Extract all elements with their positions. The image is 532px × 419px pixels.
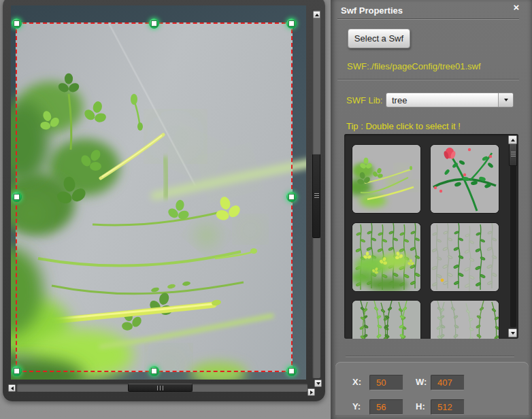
chevron-down-icon: [504, 99, 508, 101]
scrollbar-grip: [511, 152, 516, 157]
scrollbar-grip: [314, 193, 319, 199]
horizontal-scrollbar-thumb[interactable]: [128, 384, 193, 392]
scroll-down-button[interactable]: [314, 380, 322, 387]
up-arrow-icon: [315, 14, 319, 16]
divider: [337, 18, 519, 19]
scrollbar-grip: [157, 386, 164, 390]
scroll-right-button[interactable]: [307, 388, 315, 396]
left-arrow-icon: [11, 386, 14, 390]
x-label: X:: [352, 377, 361, 387]
y-label: Y:: [352, 401, 361, 412]
w-input[interactable]: [431, 375, 465, 390]
y-input[interactable]: [369, 399, 403, 415]
swf-library-list: [344, 134, 518, 339]
swf-thumbnail[interactable]: [431, 145, 499, 213]
resize-handle-top-right[interactable]: [286, 18, 297, 29]
library-scrollbar-thumb[interactable]: [509, 143, 517, 166]
swf-path-text: SWF:./files/pageConfig/tree01.swf: [347, 61, 481, 71]
vertical-scrollbar-thumb[interactable]: [312, 154, 320, 238]
library-scrollbar-track[interactable]: [510, 145, 516, 327]
down-arrow-icon: [316, 382, 320, 385]
swf-lib-label: SWF Lib:: [346, 95, 382, 105]
resize-handle-bottom-middle[interactable]: [149, 366, 159, 376]
swf-thumbnail[interactable]: [431, 301, 499, 339]
resize-handle-top-left[interactable]: [12, 18, 22, 29]
panel-title: Swf Properties: [341, 5, 403, 16]
h-label: H:: [416, 401, 425, 412]
selection-region[interactable]: [16, 22, 293, 372]
swf-thumbnail[interactable]: [352, 301, 420, 339]
resize-handle-middle-left[interactable]: [12, 192, 22, 202]
canvas-viewport[interactable]: [11, 5, 306, 380]
x-input[interactable]: [369, 375, 403, 390]
library-scroll-down-button[interactable]: [508, 329, 517, 337]
up-arrow-icon: [511, 139, 515, 141]
swf-thumbnail[interactable]: [431, 223, 499, 291]
resize-handle-top-middle[interactable]: [149, 18, 159, 29]
canvas-frame: [3, 0, 325, 401]
swf-editor-window: Swf Properties × Select a Swf SWF:./file…: [0, 0, 532, 419]
resize-handle-bottom-right[interactable]: [286, 366, 297, 376]
h-input[interactable]: [431, 399, 465, 415]
scroll-up-button[interactable]: [313, 11, 320, 18]
swf-thumbnail[interactable]: [352, 145, 420, 213]
scroll-left-button[interactable]: [8, 384, 16, 392]
w-label: W:: [416, 377, 427, 387]
tip-text: Tip : Double click to select it !: [346, 121, 461, 131]
select-swf-button[interactable]: Select a Swf: [348, 29, 410, 48]
divider: [346, 356, 514, 356]
right-arrow-icon: [310, 390, 313, 395]
close-icon[interactable]: ×: [510, 1, 522, 14]
down-arrow-icon: [511, 332, 515, 335]
resize-handle-middle-right[interactable]: [286, 192, 297, 202]
swf-thumbnail[interactable]: [352, 223, 420, 291]
dropdown-arrow-button[interactable]: [498, 93, 513, 107]
swf-lib-selected-value: tree: [386, 95, 498, 105]
swf-lib-select[interactable]: tree: [386, 93, 514, 107]
resize-handle-bottom-left[interactable]: [12, 366, 22, 376]
library-scroll-up-button[interactable]: [508, 135, 517, 144]
divider: [337, 79, 519, 80]
swf-properties-panel: Swf Properties × Select a Swf SWF:./file…: [331, 0, 532, 419]
